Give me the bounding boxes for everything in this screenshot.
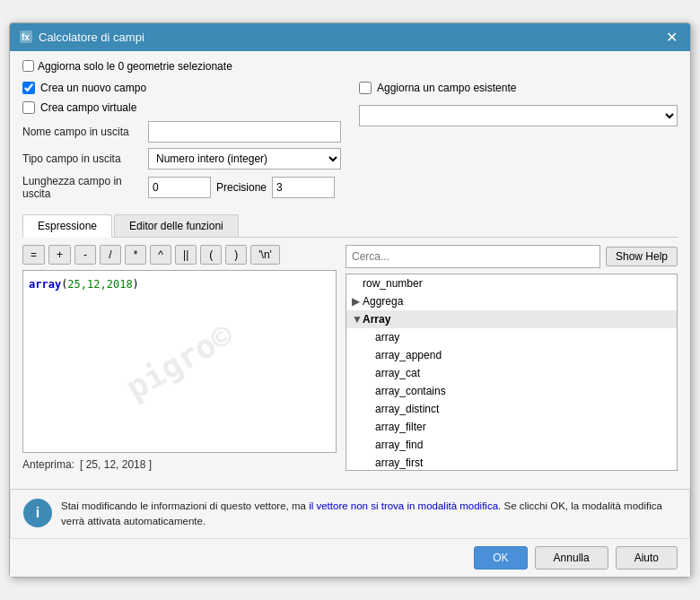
length-spinner[interactable]	[148, 177, 211, 198]
list-item[interactable]: array_distinct	[346, 400, 677, 418]
field-type-row: Tipo campo in uscita Numero intero (inte…	[22, 148, 341, 170]
plus-button[interactable]: +	[48, 245, 71, 265]
close-paren-button[interactable]: )	[225, 245, 247, 265]
preview-label: Anteprima:	[22, 458, 74, 471]
dialog-body: Aggiorna solo le 0 geometrie selezionate…	[10, 51, 690, 480]
arrow-right-icon: ▶	[352, 295, 363, 308]
update-selected-checkbox[interactable]	[22, 60, 34, 72]
watermark: pigro©	[119, 316, 239, 406]
func-label: array_cat	[375, 367, 420, 379]
expression-toolbar: = + - / * ^ || ( ) '\n'	[22, 245, 337, 265]
minus-button[interactable]: -	[74, 245, 96, 265]
multiply-button[interactable]: *	[125, 245, 146, 265]
ok-button[interactable]: OK	[474, 546, 527, 570]
svg-text:fx: fx	[22, 32, 30, 42]
field-length-label: Lunghezza campo in uscita	[22, 175, 148, 200]
open-paren-button[interactable]: (	[200, 245, 222, 265]
create-new-checkbox[interactable]	[22, 82, 35, 94]
precision-spinner[interactable]	[272, 177, 335, 198]
tab-bar: Espressione Editor delle funzioni	[22, 214, 678, 238]
list-item[interactable]: array_filter	[346, 418, 677, 436]
precision-label: Precisione	[216, 181, 267, 194]
update-selected-label: Aggiorna solo le 0 geometrie selezionate	[38, 60, 232, 73]
field-length-row: Lunghezza campo in uscita Precisione	[22, 175, 341, 200]
func-label: Array	[363, 313, 390, 326]
func-label: array_filter	[375, 421, 426, 433]
code-editor[interactable]: pigro© array(25,12,2018)	[22, 270, 337, 453]
list-item[interactable]: array	[346, 328, 677, 346]
info-text: Stai modificando le informazioni di ques…	[61, 499, 677, 530]
func-label: array_find	[375, 439, 423, 451]
titlebar: fx Calcolatore di campi ✕	[10, 23, 690, 51]
list-item[interactable]: array_append	[346, 346, 677, 364]
update-existing-label: Aggiorna un campo esistente	[377, 82, 516, 94]
list-item[interactable]: ▼ Array	[346, 310, 677, 328]
keyword-array: array	[29, 278, 61, 291]
func-label: array_contains	[375, 385, 446, 397]
top-options-row: Crea un nuovo campo Crea campo virtuale …	[22, 82, 678, 205]
field-name-row: Nome campo in uscita	[22, 121, 341, 143]
list-item[interactable]: array_first	[346, 454, 677, 471]
code-line: array(25,12,2018)	[29, 276, 330, 292]
create-virtual-label: Crea campo virtuale	[40, 101, 136, 114]
tab-function-editor[interactable]: Editor delle funzioni	[114, 214, 239, 237]
function-list[interactable]: row_number ▶ Aggrega ▼ Array array	[346, 274, 678, 471]
create-new-row: Crea un nuovo campo	[22, 82, 341, 94]
create-virtual-checkbox[interactable]	[22, 101, 35, 114]
field-type-label: Tipo campo in uscita	[22, 152, 148, 165]
dialog-title: Calcolatore di campi	[39, 30, 144, 44]
func-label: array_distinct	[375, 403, 439, 415]
field-name-input[interactable]	[148, 121, 341, 143]
power-button[interactable]: ^	[150, 245, 171, 265]
show-help-button[interactable]: Show Help	[606, 247, 678, 266]
func-label: array	[375, 331, 399, 343]
app-icon: fx	[19, 30, 33, 44]
search-input[interactable]	[346, 245, 600, 268]
existing-field-select[interactable]	[359, 105, 678, 126]
field-name-label: Nome campo in uscita	[22, 126, 148, 138]
equals-button[interactable]: =	[22, 245, 45, 265]
bottom-bar: OK Annulla Aiuto	[10, 539, 690, 577]
list-item[interactable]: ▶ Aggrega	[346, 292, 677, 310]
func-label: Aggrega	[363, 295, 403, 308]
func-label: row_number	[363, 277, 423, 290]
list-item[interactable]: array_contains	[346, 382, 677, 400]
update-existing-row: Aggiorna un campo esistente	[359, 82, 678, 94]
precision-row: Precisione	[148, 177, 335, 198]
create-virtual-row: Crea campo virtuale	[22, 101, 341, 114]
update-existing-checkbox[interactable]	[359, 82, 372, 94]
titlebar-left: fx Calcolatore di campi	[19, 30, 144, 44]
list-item[interactable]: array_cat	[346, 364, 677, 382]
arrow-down-icon: ▼	[352, 313, 363, 326]
main-area: = + - / * ^ || ( ) '\n' pigro© array(25,…	[22, 245, 678, 471]
preview-value: [ 25, 12, 2018 ]	[80, 458, 152, 471]
cancel-button[interactable]: Annulla	[535, 546, 608, 570]
field-type-select[interactable]: Numero intero (integer)	[148, 148, 341, 170]
right-panel-top: Aggiorna un campo esistente	[359, 82, 678, 205]
list-item[interactable]: array_find	[346, 436, 677, 454]
info-bar: i Stai modificando le informazioni di qu…	[10, 489, 690, 540]
divide-button[interactable]: /	[100, 245, 121, 265]
right-panel: Show Help row_number ▶ Aggrega ▼	[346, 245, 678, 471]
left-panel-top: Crea un nuovo campo Crea campo virtuale …	[22, 82, 341, 205]
tab-expression[interactable]: Espressione	[22, 214, 112, 238]
top-checkboxes: Aggiorna solo le 0 geometrie selezionate	[22, 60, 678, 73]
left-editor: = + - / * ^ || ( ) '\n' pigro© array(25,…	[22, 245, 337, 471]
info-icon: i	[23, 499, 52, 527]
help-button[interactable]: Aiuto	[616, 546, 678, 570]
highlight-text: il vettore non si trova in modalità modi…	[309, 500, 498, 511]
code-args: 25,12,2018	[67, 278, 132, 291]
close-button[interactable]: ✕	[662, 29, 681, 46]
code-paren-close: )	[133, 278, 139, 291]
concat-button[interactable]: ||	[175, 245, 197, 265]
calculator-dialog: fx Calcolatore di campi ✕ Aggiorna solo …	[9, 22, 691, 578]
func-label: array_first	[375, 457, 423, 469]
search-row: Show Help	[346, 245, 678, 268]
newline-button[interactable]: '\n'	[250, 245, 280, 265]
create-new-label: Crea un nuovo campo	[40, 82, 146, 94]
list-item[interactable]: row_number	[346, 274, 677, 292]
func-label: array_append	[375, 349, 442, 361]
preview-row: Anteprima: [ 25, 12, 2018 ]	[22, 458, 337, 471]
